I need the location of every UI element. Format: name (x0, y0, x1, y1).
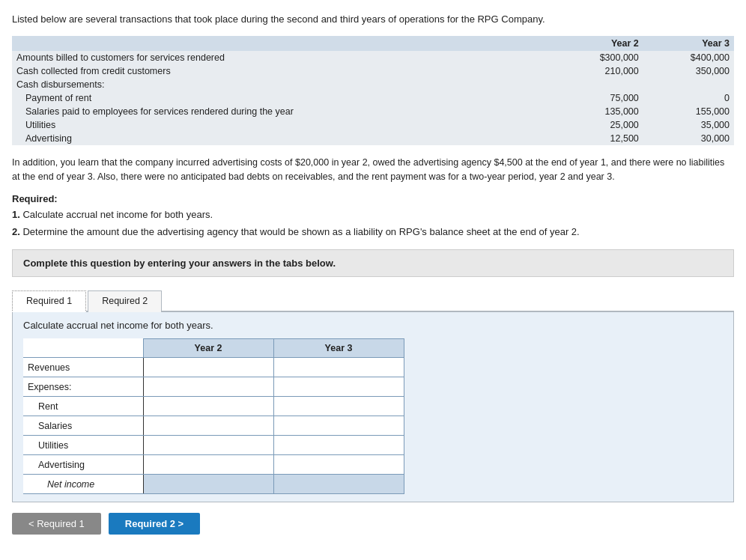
prev-button[interactable]: < Required 1 (12, 513, 101, 535)
row-year2-1: 210,000 (553, 64, 643, 78)
tab-required1-label: Required 1 (26, 296, 72, 306)
answer-input-salaries-y2[interactable] (143, 416, 273, 436)
answer-label-netincome: Net income (23, 475, 143, 494)
intro-paragraph: Listed below are several transactions th… (12, 12, 734, 27)
row-label-3: Payment of rent (12, 91, 553, 105)
tab1-content: Calculate accrual net income for both ye… (12, 312, 734, 502)
answer-table: Year 2 Year 3 Revenues Expenses: Rent (23, 338, 404, 494)
answer-label-salaries: Salaries (23, 416, 143, 436)
revenues-year2-input[interactable] (150, 362, 267, 373)
row-label-2: Cash disbursements: (12, 78, 553, 91)
answer-col-year2: Year 2 (143, 339, 273, 358)
rent-year2-input[interactable] (150, 401, 267, 412)
required-item-1: 1. Calculate accrual net income for both… (12, 207, 734, 222)
answer-row-netincome: Net income (23, 475, 404, 494)
rent-year3-input[interactable] (280, 401, 398, 412)
col-year2-header: Year 2 (553, 36, 643, 51)
answer-row-rent: Rent (23, 397, 404, 416)
answer-col-year3: Year 3 (273, 339, 404, 358)
row-year3-4: 155,000 (643, 105, 734, 118)
revenues-year3-input[interactable] (280, 362, 398, 373)
row-year2-5: 25,000 (553, 118, 643, 132)
row-year3-5: 35,000 (643, 118, 734, 132)
answer-input-rent-y3[interactable] (273, 397, 404, 416)
row-year2-2 (553, 78, 643, 91)
answer-row-expenses-header: Expenses: (23, 377, 404, 397)
answer-row-utilities: Utilities (23, 436, 404, 455)
answer-row-salaries: Salaries (23, 416, 404, 436)
answer-row-advertising: Advertising (23, 455, 404, 475)
tabs-container: Required 1 Required 2 Calculate accrual … (12, 289, 734, 502)
answer-input-expenses-y3[interactable] (273, 377, 404, 397)
col-label-header (12, 36, 553, 51)
tab-required1[interactable]: Required 1 (12, 290, 86, 312)
expenses-year2-input[interactable] (150, 382, 267, 392)
answer-col-label (23, 339, 143, 358)
utilities-year3-input[interactable] (280, 440, 398, 451)
row-year2-6: 12,500 (553, 132, 643, 145)
tabs-row: Required 1 Required 2 (12, 289, 734, 312)
answer-label-expenses: Expenses: (23, 377, 143, 397)
row-year2-3: 75,000 (553, 91, 643, 105)
row-year3-6: 30,000 (643, 132, 734, 145)
req-text-1: Calculate accrual net income for both ye… (22, 209, 213, 220)
complete-instruction-text: Complete this question by entering your … (23, 258, 336, 269)
answer-input-revenues-y3[interactable] (273, 358, 404, 377)
answer-input-utilities-y3[interactable] (273, 436, 404, 455)
row-label-4: Salaries paid to employees for services … (12, 105, 553, 118)
answer-input-advertising-y3[interactable] (273, 455, 404, 475)
row-year2-4: 135,000 (553, 105, 643, 118)
col-year3-header: Year 3 (643, 36, 734, 51)
row-year3-3: 0 (643, 91, 734, 105)
row-label-6: Advertising (12, 132, 553, 145)
salaries-year2-input[interactable] (150, 421, 267, 431)
answer-input-advertising-y2[interactable] (143, 455, 273, 475)
answer-input-utilities-y2[interactable] (143, 436, 273, 455)
row-label-0: Amounts billed to customers for services… (12, 51, 553, 64)
answer-input-netincome-y3[interactable] (273, 475, 404, 494)
row-year3-1: 350,000 (643, 64, 734, 78)
netincome-year2-input[interactable] (150, 479, 267, 490)
tab-required2[interactable]: Required 2 (88, 290, 162, 312)
answer-label-advertising: Advertising (23, 455, 143, 475)
nav-buttons: < Required 1 Required 2 > (12, 513, 734, 535)
answer-input-salaries-y3[interactable] (273, 416, 404, 436)
tab1-title: Calculate accrual net income for both ye… (23, 320, 723, 331)
complete-instruction-box: Complete this question by entering your … (12, 249, 734, 277)
answer-input-revenues-y2[interactable] (143, 358, 273, 377)
required-item-2: 2. Determine the amount due the advertis… (12, 225, 734, 240)
next-button[interactable]: Required 2 > (109, 513, 200, 535)
transaction-table: Year 2 Year 3 Amounts billed to customer… (12, 36, 734, 145)
answer-input-netincome-y2[interactable] (143, 475, 273, 494)
req-num-2: 2. (12, 226, 22, 237)
req-num-1: 1. (12, 209, 22, 220)
description-paragraph: In addition, you learn that the company … (12, 156, 734, 185)
tab-required2-label: Required 2 (102, 296, 148, 306)
row-label-5: Utilities (12, 118, 553, 132)
required-section: Required: 1. Calculate accrual net incom… (12, 193, 734, 239)
row-year3-2 (643, 78, 734, 91)
row-label-1: Cash collected from credit customers (12, 64, 553, 78)
answer-input-expenses-y2[interactable] (143, 377, 273, 397)
utilities-year2-input[interactable] (150, 440, 267, 451)
advertising-year2-input[interactable] (150, 460, 267, 470)
answer-label-revenues: Revenues (23, 358, 143, 377)
netincome-year3-input[interactable] (280, 479, 398, 490)
required-title: Required: (12, 193, 734, 204)
salaries-year3-input[interactable] (280, 421, 398, 431)
advertising-year3-input[interactable] (280, 460, 398, 470)
answer-input-rent-y2[interactable] (143, 397, 273, 416)
expenses-year3-input[interactable] (280, 382, 398, 392)
answer-label-rent: Rent (23, 397, 143, 416)
row-year2-0: $300,000 (553, 51, 643, 64)
answer-row-revenues: Revenues (23, 358, 404, 377)
req-text-2: Determine the amount due the advertising… (22, 226, 579, 237)
row-year3-0: $400,000 (643, 51, 734, 64)
answer-label-utilities: Utilities (23, 436, 143, 455)
